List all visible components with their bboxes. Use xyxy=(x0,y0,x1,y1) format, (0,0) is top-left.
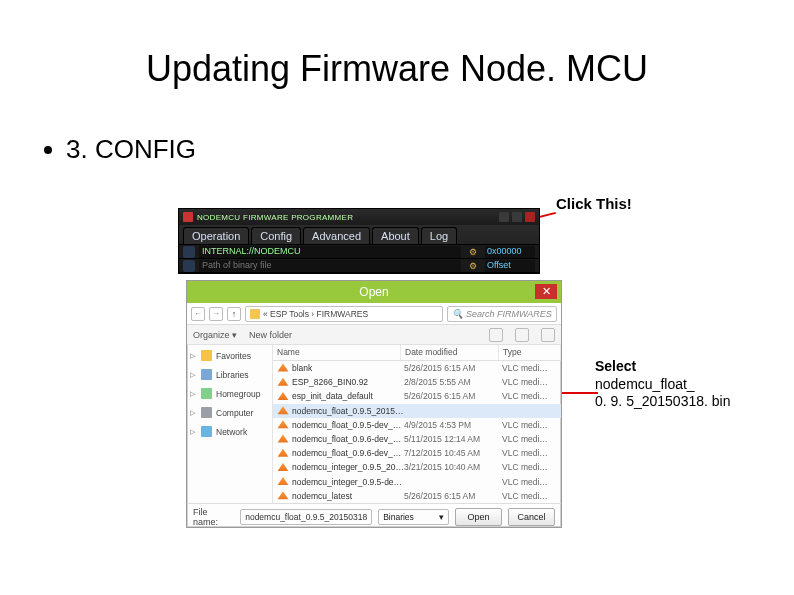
file-row[interactable]: nodemcu_float_0.9.5-dev_201504054/9/2015… xyxy=(273,418,561,432)
file-icon xyxy=(277,377,289,387)
newfolder-button[interactable]: New folder xyxy=(249,330,292,340)
file-row[interactable]: nodemcu_integer_0.9.5_201503183/21/2015 … xyxy=(273,460,561,474)
sidebar-libraries[interactable]: ▷Libraries xyxy=(190,368,269,381)
minimize-icon[interactable] xyxy=(499,212,509,222)
file-date: 5/26/2015 6:15 AM xyxy=(404,391,502,401)
file-type: VLC medi… xyxy=(502,420,561,430)
open-button[interactable]: Open xyxy=(455,508,502,526)
offset-field-2[interactable]: Offset xyxy=(485,260,535,272)
file-row[interactable]: nodemcu_float_0.9.6-dev_201504065/11/201… xyxy=(273,432,561,446)
bullet-row: 3. CONFIG xyxy=(44,134,794,165)
bullet-text: 3. CONFIG xyxy=(66,134,196,165)
search-input[interactable]: 🔍 Search FIRMWARES xyxy=(447,306,557,322)
sidebar-computer[interactable]: ▷Computer xyxy=(190,406,269,419)
file-icon xyxy=(277,477,289,487)
help-icon[interactable] xyxy=(541,328,555,342)
cancel-button[interactable]: Cancel xyxy=(508,508,555,526)
filename-label: File name: xyxy=(193,507,234,527)
col-name[interactable]: Name xyxy=(273,345,401,360)
filename-value: nodemcu_float_0.9.5_20150318 xyxy=(245,512,367,522)
file-row[interactable]: ESP_8266_BIN0.922/8/2015 5:55 AMVLC medi… xyxy=(273,375,561,389)
file-date: 3/21/2015 10:40 AM xyxy=(404,462,502,472)
file-icon xyxy=(277,420,289,430)
tab-advanced[interactable]: Advanced xyxy=(303,227,370,244)
sidebar-item-label: Computer xyxy=(216,408,253,418)
dialog-close-button[interactable]: ✕ xyxy=(535,284,557,299)
sidebar-network[interactable]: ▷Network xyxy=(190,425,269,438)
programmer-title: NODEMCU FIRMWARE PROGRAMMER xyxy=(197,213,353,222)
search-placeholder: Search FIRMWARES xyxy=(466,309,552,319)
organize-button[interactable]: Organize ▾ xyxy=(193,330,237,340)
close-icon[interactable] xyxy=(525,212,535,222)
callout-click-this: Click This! xyxy=(556,195,632,212)
network-icon xyxy=(201,426,212,437)
file-type: VLC medi… xyxy=(502,448,561,458)
file-type: VLC medi… xyxy=(502,491,561,501)
gear-icon[interactable]: ⚙ xyxy=(465,260,481,272)
file-icon xyxy=(277,448,289,458)
path-field-2[interactable]: Path of binary file xyxy=(199,260,461,272)
sidebar-item-label: Homegroup xyxy=(216,389,260,399)
file-icon xyxy=(277,434,289,444)
checkbox-icon[interactable] xyxy=(183,246,195,258)
view-icon[interactable] xyxy=(489,328,503,342)
tab-log[interactable]: Log xyxy=(421,227,457,244)
breadcrumb[interactable]: « ESP Tools › FIRMWARES xyxy=(245,306,443,322)
nav-forward-button[interactable]: → xyxy=(209,307,223,321)
sidebar-homegroup[interactable]: ▷Homegroup xyxy=(190,387,269,400)
file-name: esp_init_data_default xyxy=(292,391,404,401)
file-type: VLC medi… xyxy=(502,363,561,373)
file-row[interactable]: esp_init_data_default5/26/2015 6:15 AMVL… xyxy=(273,389,561,403)
filter-value: Binaries xyxy=(383,512,414,522)
app-icon xyxy=(183,212,193,222)
slide-title: Updating Firmware Node. MCU xyxy=(0,48,794,90)
sidebar-item-label: Libraries xyxy=(216,370,249,380)
file-date: 5/11/2015 12:14 AM xyxy=(404,434,502,444)
nav-up-button[interactable]: ↑ xyxy=(227,307,241,321)
file-name: nodemcu_float_0.9.6-dev_20150704 xyxy=(292,448,404,458)
file-date: 5/26/2015 6:15 AM xyxy=(404,363,502,373)
gear-icon[interactable]: ⚙ xyxy=(465,246,481,258)
programmer-titlebar: NODEMCU FIRMWARE PROGRAMMER xyxy=(179,209,539,225)
checkbox-icon[interactable] xyxy=(183,260,195,272)
file-row[interactable]: blank5/26/2015 6:15 AMVLC medi… xyxy=(273,361,561,375)
path-field-1[interactable]: INTERNAL://NODEMCU xyxy=(199,246,461,258)
programmer-window: NODEMCU FIRMWARE PROGRAMMER Operation Co… xyxy=(178,208,540,274)
file-type: VLC medi… xyxy=(502,462,561,472)
file-row[interactable]: nodemcu_float_0.9.6-dev_201507047/12/201… xyxy=(273,446,561,460)
config-row-2: Path of binary file ⚙ Offset xyxy=(179,259,539,273)
file-name: nodemcu_float_0.9.5-dev_20150405 xyxy=(292,420,404,430)
file-row[interactable]: nodemcu_float_0.9.5_20150318 xyxy=(273,404,561,418)
dialog-nav: ← → ↑ « ESP Tools › FIRMWARES 🔍 Search F… xyxy=(187,303,561,325)
column-headers: Name Date modified Type xyxy=(273,345,561,361)
sidebar-item-label: Network xyxy=(216,427,247,437)
file-row[interactable]: nodemcu_integer_0.9.5-dev_20150405VLC me… xyxy=(273,475,561,489)
maximize-icon[interactable] xyxy=(512,212,522,222)
nav-back-button[interactable]: ← xyxy=(191,307,205,321)
programmer-tabs: Operation Config Advanced About Log xyxy=(179,225,539,245)
offset-field-1[interactable]: 0x00000 xyxy=(485,246,535,258)
filetype-filter[interactable]: Binaries▾ xyxy=(378,509,449,525)
file-type: VLC medi… xyxy=(502,477,561,487)
file-name: nodemcu_float_0.9.6-dev_20150406 xyxy=(292,434,404,444)
file-name: nodemcu_latest xyxy=(292,491,404,501)
sidebar-favorites[interactable]: ▷Favorites xyxy=(190,349,269,362)
file-icon xyxy=(277,462,289,472)
file-date: 5/26/2015 6:15 AM xyxy=(404,491,502,501)
file-type: VLC medi… xyxy=(502,377,561,387)
file-date: 4/9/2015 4:53 PM xyxy=(404,420,502,430)
tab-about[interactable]: About xyxy=(372,227,419,244)
tab-config[interactable]: Config xyxy=(251,227,301,244)
file-date: 2/8/2015 5:55 AM xyxy=(404,377,502,387)
tab-operation[interactable]: Operation xyxy=(183,227,249,244)
col-date[interactable]: Date modified xyxy=(401,345,499,360)
col-type[interactable]: Type xyxy=(499,345,561,360)
config-row-1: INTERNAL://NODEMCU ⚙ 0x00000 xyxy=(179,245,539,259)
view-icon[interactable] xyxy=(515,328,529,342)
callout-select-line2: 0. 9. 5_20150318. bin xyxy=(595,393,730,409)
file-date: 7/12/2015 10:45 AM xyxy=(404,448,502,458)
filename-input[interactable]: nodemcu_float_0.9.5_20150318 xyxy=(240,509,372,525)
file-row[interactable]: nodemcu_latest5/26/2015 6:15 AMVLC medi… xyxy=(273,489,561,503)
file-icon xyxy=(277,491,289,501)
file-list: blank5/26/2015 6:15 AMVLC medi…ESP_8266_… xyxy=(273,361,561,503)
